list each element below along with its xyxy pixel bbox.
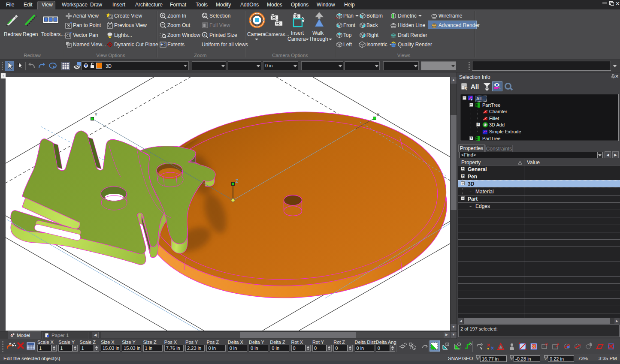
svg-text:Z: Z	[236, 178, 239, 184]
svg-text:X: X	[477, 358, 479, 360]
svg-text:Y: Y	[94, 112, 98, 117]
svg-text:Y: Y	[511, 358, 513, 360]
svg-text:X: X	[377, 112, 380, 117]
svg-text:1: 1	[204, 33, 206, 37]
svg-text:Z: Z	[545, 358, 547, 360]
